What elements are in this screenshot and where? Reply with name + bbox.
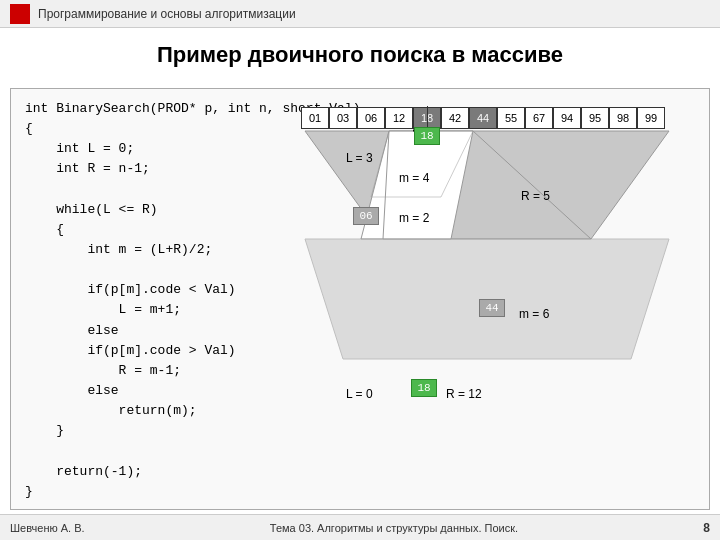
code-line-13: if(p[m].code > Val) xyxy=(25,341,277,361)
code-line-1: int BinarySearch(PROD* p, int n, short V… xyxy=(25,99,277,119)
header-logo xyxy=(10,4,30,24)
slide-title: Пример двоичного поиска в массиве xyxy=(0,28,720,78)
box44: 44 xyxy=(479,299,505,317)
code-line-16: return(m); xyxy=(25,401,277,421)
header: Программирование и основы алгоритмизации xyxy=(0,0,720,28)
header-title: Программирование и основы алгоритмизации xyxy=(38,7,296,21)
code-panel: int BinarySearch(PROD* p, int n, short V… xyxy=(11,89,291,509)
array-cell-2: 06 xyxy=(357,107,385,129)
code-line-18 xyxy=(25,441,277,461)
code-line-20: } xyxy=(25,482,277,502)
code-line-14: R = m-1; xyxy=(25,361,277,381)
footer-topic: Тема 03. Алгоритмы и структуры данных. П… xyxy=(270,522,518,534)
viz-panel: 01 03 06 12 18 42 44 55 67 94 95 98 99 xyxy=(291,89,709,509)
code-line-7: { xyxy=(25,220,277,240)
box06: 06 xyxy=(353,207,379,225)
label-m6: m = 6 xyxy=(519,307,549,321)
footer-page: 8 xyxy=(703,521,710,535)
array-cell-11: 98 xyxy=(609,107,637,129)
label-L3: L = 3 xyxy=(346,151,373,165)
svg-line-4 xyxy=(473,131,591,239)
label-m4: m = 4 xyxy=(399,171,429,185)
array-cell-5: 42 xyxy=(441,107,469,129)
array-cell-1: 03 xyxy=(329,107,357,129)
array-cell-10: 95 xyxy=(581,107,609,129)
code-line-12: else xyxy=(25,321,277,341)
array-cell-0: 01 xyxy=(301,107,329,129)
code-line-10: if(p[m].code < Val) xyxy=(25,280,277,300)
code-line-15: else xyxy=(25,381,277,401)
box18-bottom: 18 xyxy=(411,379,437,397)
code-line-19: return(-1); xyxy=(25,462,277,482)
label-R12: R = 12 xyxy=(446,387,482,401)
array-cell-6: 44 xyxy=(469,107,497,129)
label-L0: L = 0 xyxy=(346,387,373,401)
array-row: 01 03 06 12 18 42 44 55 67 94 95 98 99 xyxy=(301,107,665,129)
content-area: int BinarySearch(PROD* p, int n, short V… xyxy=(10,88,710,510)
array-cell-3: 12 xyxy=(385,107,413,129)
code-line-3: int L = 0; xyxy=(25,139,277,159)
code-line-9 xyxy=(25,260,277,280)
code-line-17: } xyxy=(25,421,277,441)
array-cell-9: 94 xyxy=(553,107,581,129)
array-cell-12: 99 xyxy=(637,107,665,129)
code-line-5 xyxy=(25,180,277,200)
code-line-6: while(L <= R) xyxy=(25,200,277,220)
slide: Пример двоичного поиска в массиве int Bi… xyxy=(0,28,720,540)
code-line-11: L = m+1; xyxy=(25,300,277,320)
svg-line-5 xyxy=(383,131,389,239)
footer: Шевченю А. В. Тема 03. Алгоритмы и струк… xyxy=(0,514,720,540)
footer-author: Шевченю А. В. xyxy=(10,522,85,534)
code-line-4: int R = n-1; xyxy=(25,159,277,179)
array-cell-8: 67 xyxy=(525,107,553,129)
code-line-2: { xyxy=(25,119,277,139)
val18-box: 18 xyxy=(414,127,440,145)
label-R5: R = 5 xyxy=(521,189,550,203)
code-line-8: int m = (L+R)/2; xyxy=(25,240,277,260)
array-cell-7: 55 xyxy=(497,107,525,129)
label-m2: m = 2 xyxy=(399,211,429,225)
